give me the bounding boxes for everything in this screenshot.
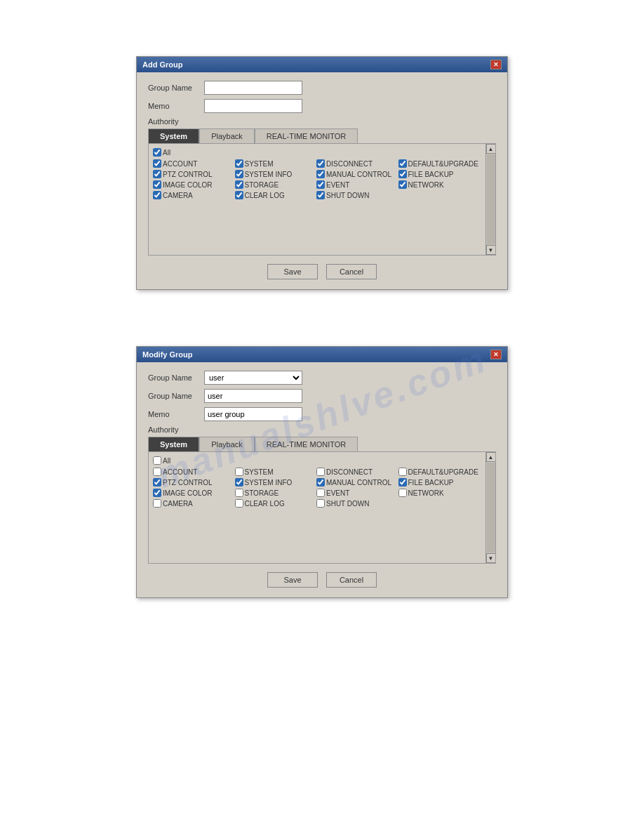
dialog2-memo-label: Memo [148,410,204,418]
dialog2-buttons: Save Cancel [148,572,496,588]
dialog1-cb-account[interactable]: ACCOUNT [153,159,235,168]
dialog2-cb-all-label: All [163,457,170,465]
dialog2-group-name-input-label: Group Name [148,392,204,400]
dialog1-cb-ptz-control[interactable]: PTZ CONTROL [153,170,235,178]
dialog1-save-button[interactable]: Save [267,264,318,279]
dialog2-cb-file-backup[interactable]: FILE BACKUP [398,478,481,486]
dialog2-cancel-button[interactable]: Cancel [326,572,377,588]
dialog2-cb-account[interactable]: ACCOUNT [153,468,235,476]
dialog2-cb-disconnect[interactable]: DISCONNECT [316,468,398,476]
dialog2-group-name-dropdown-row: Group Name user [148,371,496,385]
dialog1-memo-row: Memo [148,99,496,113]
dialog2-cb-event[interactable]: EVENT [316,489,398,497]
dialog1-checkbox-grid: ACCOUNT SYSTEM DISCONNECT DEFAULT&UPGRAD… [153,159,491,199]
dialog2-checkbox-area: All ACCOUNT SYSTEM DISCONNECT DEFAULT&UP… [148,451,496,564]
dialog1-cb-all-input[interactable] [153,148,161,157]
dialog2-checkbox-grid: ACCOUNT SYSTEM DISCONNECT DEFAULT&UPGRAD… [153,468,491,508]
dialog1-cb-disconnect[interactable]: DISCONNECT [316,159,398,168]
dialog1-title: Add Group [142,60,182,69]
dialog2-cb-image-color[interactable]: IMAGE COLOR [153,489,235,497]
dialog2-cb-all-input[interactable] [153,456,161,465]
dialog1-memo-input[interactable] [204,99,302,113]
dialog2-authority-label: Authority [148,425,496,434]
dialog2-tabs: System Playback REAL-TIME MONITOR [148,437,496,451]
dialog1-scroll-down[interactable]: ▼ [486,245,496,255]
dialog1-cb-system[interactable]: SYSTEM [235,159,317,168]
dialog2-group-name-dropdown-label: Group Name [148,373,204,382]
dialog1-authority-label: Authority [148,117,496,126]
add-group-dialog: Add Group ✕ Group Name Memo Authority Sy… [136,56,508,290]
dialog1-tab-system[interactable]: System [148,128,199,143]
dialog2-cb-network[interactable]: NETWORK [398,489,481,497]
dialog1-tab-realtime[interactable]: REAL-TIME MONITOR [255,128,358,143]
dialog1-checkbox-area: All ACCOUNT SYSTEM DISCONNECT DEFAULT&UP… [148,143,496,256]
page-container: Add Group ✕ Group Name Memo Authority Sy… [0,0,644,654]
dialog2-cb-storage[interactable]: STORAGE [235,489,317,497]
dialog1-cb-manual-control[interactable]: MANUAL CONTROL [316,170,398,178]
modify-group-dialog: Modify Group ✕ Group Name user Group Nam… [136,346,508,598]
dialog2-memo-input[interactable] [204,407,302,421]
dialog1-cb-default-upgrade[interactable]: DEFAULT&UPGRADE [398,159,481,168]
dialog2-scroll-down[interactable]: ▼ [486,553,496,563]
dialog1-cb-empty [398,191,481,199]
dialog2-save-button[interactable]: Save [267,572,318,588]
dialog2-scrollbar[interactable]: ▲ ▼ [485,452,495,563]
dialog1-cb-system-info[interactable]: SYSTEM INFO [235,170,317,178]
dialog1-titlebar: Add Group ✕ [137,57,507,72]
dialog1-cb-clear-log[interactable]: CLEAR LOG [235,191,317,199]
dialog2-scroll-up[interactable]: ▲ [486,452,496,462]
dialog1-cb-all[interactable]: All [153,148,491,157]
dialog1-buttons: Save Cancel [148,264,496,279]
dialog2-tab-playback[interactable]: Playback [199,437,255,451]
dialog1-scroll-up[interactable]: ▲ [486,144,496,154]
dialog1-scrollbar[interactable]: ▲ ▼ [485,144,495,255]
dialog2-group-name-select[interactable]: user [204,371,302,385]
dialog2-cb-clear-log[interactable]: CLEAR LOG [235,499,317,508]
dialog2-cb-camera[interactable]: CAMERA [153,499,235,508]
dialog2-title: Modify Group [142,350,193,359]
dialog2-cb-default-upgrade[interactable]: DEFAULT&UPGRADE [398,468,481,476]
dialog2-cb-ptz-control[interactable]: PTZ CONTROL [153,478,235,486]
dialog1-cb-camera[interactable]: CAMERA [153,191,235,199]
dialog2-cb-shut-down[interactable]: SHUT DOWN [316,499,398,508]
dialog1-body: Group Name Memo Authority System Playbac… [137,72,507,289]
dialog2-body: Group Name user Group Name Memo Authorit… [137,362,507,597]
dialog2-cb-all[interactable]: All [153,456,491,465]
dialog2-all-row: All [153,456,491,465]
dialog2-close-button[interactable]: ✕ [490,350,502,359]
dialog1-close-button[interactable]: ✕ [490,60,502,70]
dialog1-cb-all-label: All [163,149,170,157]
dialog2-cb-system[interactable]: SYSTEM [235,468,317,476]
dialog2-scroll-thumb[interactable] [487,463,495,552]
dialog2-tab-realtime[interactable]: REAL-TIME MONITOR [255,437,358,451]
dialog2-cb-system-info[interactable]: SYSTEM INFO [235,478,317,486]
dialog1-group-name-input[interactable] [204,81,302,95]
dialog2-titlebar: Modify Group ✕ [137,347,507,362]
dialog2-cb-empty [398,499,481,508]
dialog2-memo-row: Memo [148,407,496,421]
dialog1-cb-image-color[interactable]: IMAGE COLOR [153,180,235,189]
dialog2-tab-system[interactable]: System [148,437,199,451]
dialog1-tabs: System Playback REAL-TIME MONITOR [148,128,496,143]
dialog1-group-name-row: Group Name [148,81,496,95]
dialog2-group-name-input-row: Group Name [148,389,496,403]
dialog1-cb-file-backup[interactable]: FILE BACKUP [398,170,481,178]
dialog2-group-name-input[interactable] [204,389,302,403]
dialog2-cb-manual-control[interactable]: MANUAL CONTROL [316,478,398,486]
dialog1-scroll-thumb[interactable] [487,154,495,244]
dialog1-cb-event[interactable]: EVENT [316,180,398,189]
dialog1-cb-shut-down[interactable]: SHUT DOWN [316,191,398,199]
dialog1-memo-label: Memo [148,102,204,110]
dialog1-tab-playback[interactable]: Playback [199,128,255,143]
dialog1-all-row: All [153,148,491,157]
dialog1-cancel-button[interactable]: Cancel [326,264,377,279]
dialog1-cb-storage[interactable]: STORAGE [235,180,317,189]
dialog1-group-name-label: Group Name [148,84,204,92]
dialog1-cb-network[interactable]: NETWORK [398,180,481,189]
